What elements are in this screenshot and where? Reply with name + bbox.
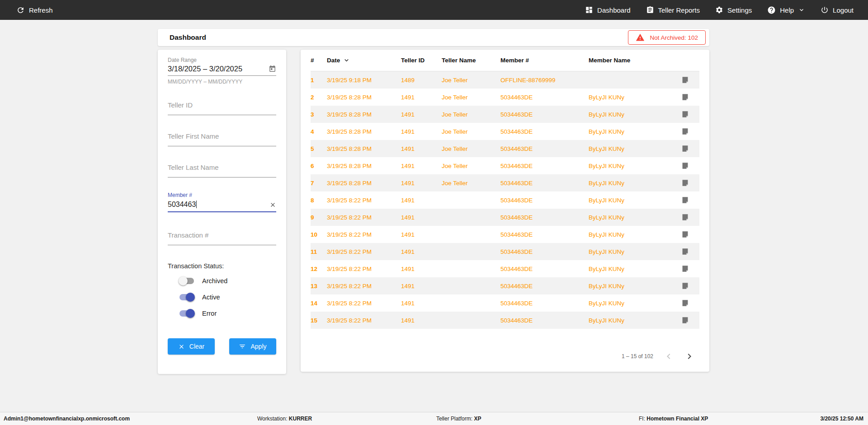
refresh-button[interactable]: Refresh <box>16 6 53 14</box>
transaction-status-label: Transaction Status: <box>168 262 276 270</box>
row-member-number: 5034463DE <box>500 128 589 135</box>
table-row[interactable]: 1 3/19/25 9:18 PM 1489 Joe Teller OFFLIN… <box>311 71 699 89</box>
note-icon[interactable] <box>681 76 689 84</box>
help-icon <box>767 6 776 14</box>
row-member-name: ByLyJI KUNy <box>589 283 671 290</box>
toggle-switch[interactable] <box>179 293 195 302</box>
row-number: 2 <box>311 94 327 101</box>
table-row[interactable]: 12 3/19/25 8:22 PM 1491 5034463DE ByLyJI… <box>311 260 699 277</box>
clear-button[interactable]: Clear <box>168 338 215 355</box>
teller-last-name-input[interactable]: Teller Last Name <box>168 163 276 177</box>
date-range-field[interactable]: Date Range 3/18/2025 – 3/20/2025 MM/DD/Y… <box>168 57 276 85</box>
row-teller-id: 1491 <box>401 163 442 169</box>
note-icon[interactable] <box>681 248 689 256</box>
apply-button[interactable]: Apply <box>229 338 276 355</box>
toggle-switch[interactable] <box>179 276 195 285</box>
col-header-date[interactable]: Date <box>327 56 401 64</box>
row-teller-id: 1491 <box>401 317 442 324</box>
row-teller-id: 1491 <box>401 214 442 221</box>
toggle-switch[interactable] <box>179 309 195 318</box>
status-bar: Admin1@hometownfinancialxp.onmicrosoft.c… <box>0 412 868 425</box>
row-teller-id: 1491 <box>401 111 442 118</box>
table-row[interactable]: 10 3/19/25 8:22 PM 1491 5034463DE ByLyJI… <box>311 226 699 243</box>
teller-first-name-input[interactable]: Teller First Name <box>168 131 276 146</box>
row-member-name: ByLyJI KUNy <box>589 145 671 152</box>
row-teller-id: 1491 <box>401 300 442 307</box>
teller-id-input[interactable]: Teller ID <box>168 100 276 115</box>
note-icon[interactable] <box>681 282 689 290</box>
row-number: 6 <box>311 163 327 169</box>
col-header-member-number: Member # <box>500 57 589 64</box>
note-icon[interactable] <box>681 145 689 153</box>
table-row[interactable]: 9 3/19/25 8:22 PM 1491 5034463DE ByLyJI … <box>311 209 699 226</box>
row-number: 8 <box>311 197 327 204</box>
note-icon[interactable] <box>681 162 689 170</box>
calendar-icon[interactable] <box>269 65 276 73</box>
note-icon[interactable] <box>681 213 689 221</box>
status-toggle-row: Active <box>179 292 276 302</box>
member-number-input[interactable]: 5034463 <box>168 200 276 212</box>
chevron-left-icon <box>663 351 674 362</box>
row-member-number: 5034463DE <box>500 111 589 118</box>
note-icon[interactable] <box>681 196 689 204</box>
table-row[interactable]: 5 3/19/25 8:28 PM 1491 Joe Teller 503446… <box>311 140 699 157</box>
logged-in-user: Admin1@hometownfinancialxp.onmicrosoft.c… <box>4 416 130 422</box>
table-header: # Date Teller ID Teller Name Member # Me… <box>311 50 699 71</box>
table-row[interactable]: 7 3/19/25 8:28 PM 1491 Joe Teller 503446… <box>311 174 699 191</box>
row-teller-name: Joe Teller <box>442 145 500 152</box>
table-row[interactable]: 14 3/19/25 8:22 PM 1491 5034463DE ByLyJI… <box>311 294 699 312</box>
refresh-icon <box>16 6 25 14</box>
row-teller-name: Joe Teller <box>442 180 500 187</box>
text-cursor <box>196 201 197 208</box>
sort-desc-icon <box>343 56 350 64</box>
nav-label-logout: Logout <box>833 6 854 14</box>
teller-first-name-placeholder: Teller First Name <box>168 132 219 140</box>
note-icon[interactable] <box>681 179 689 187</box>
table-row[interactable]: 6 3/19/25 8:28 PM 1491 Joe Teller 503446… <box>311 157 699 174</box>
results-panel: # Date Teller ID Teller Name Member # Me… <box>301 50 709 372</box>
row-number: 9 <box>311 214 327 221</box>
table-row[interactable]: 11 3/19/25 8:22 PM 1491 5034463DE ByLyJI… <box>311 243 699 260</box>
prev-page-button[interactable] <box>663 351 674 362</box>
nav-item-logout[interactable]: Logout <box>821 6 854 14</box>
nav-item-settings[interactable]: Settings <box>715 6 752 14</box>
not-archived-badge[interactable]: Not Archived: 102 <box>628 30 706 45</box>
clear-field-icon[interactable] <box>269 201 276 208</box>
row-member-number: 5034463DE <box>500 300 589 307</box>
nav-item-teller-reports[interactable]: Teller Reports <box>646 6 700 14</box>
row-date: 3/19/25 8:28 PM <box>327 145 401 152</box>
current-datetime: 3/20/25 12:50 AM <box>820 416 863 422</box>
note-icon[interactable] <box>681 316 689 324</box>
row-member-name: ByLyJI KUNy <box>589 214 671 221</box>
table-row[interactable]: 15 3/19/25 8:22 PM 1491 5034463DE ByLyJI… <box>311 312 699 329</box>
row-date: 3/19/25 8:28 PM <box>327 128 401 135</box>
filter-panel: Date Range 3/18/2025 – 3/20/2025 MM/DD/Y… <box>158 50 286 374</box>
note-icon[interactable] <box>681 265 689 273</box>
table-row[interactable]: 2 3/19/25 8:28 PM 1491 Joe Teller 503446… <box>311 89 699 106</box>
table-row[interactable]: 3 3/19/25 8:28 PM 1491 Joe Teller 503446… <box>311 106 699 123</box>
clear-button-label: Clear <box>189 343 204 350</box>
row-number: 12 <box>311 266 327 272</box>
row-date: 3/19/25 9:18 PM <box>327 77 401 84</box>
table-row[interactable]: 13 3/19/25 8:22 PM 1491 5034463DE ByLyJI… <box>311 277 699 294</box>
note-icon[interactable] <box>681 127 689 135</box>
table-row[interactable]: 4 3/19/25 8:28 PM 1491 Joe Teller 503446… <box>311 123 699 140</box>
row-member-name: ByLyJI KUNy <box>589 197 671 204</box>
note-icon[interactable] <box>681 110 689 118</box>
top-nav: Refresh Dashboard Teller Reports Setting… <box>0 0 868 20</box>
table-row[interactable]: 8 3/19/25 8:22 PM 1491 5034463DE ByLyJI … <box>311 191 699 209</box>
next-page-button[interactable] <box>684 351 695 362</box>
note-icon[interactable] <box>681 230 689 238</box>
note-icon[interactable] <box>681 299 689 307</box>
nav-item-help[interactable]: Help <box>767 6 805 14</box>
chevron-down-icon <box>798 6 805 14</box>
row-date: 3/19/25 8:28 PM <box>327 94 401 101</box>
clipboard-icon <box>646 6 654 14</box>
note-icon[interactable] <box>681 93 689 101</box>
page-title: Dashboard <box>170 33 206 42</box>
row-number: 7 <box>311 180 327 187</box>
transaction-number-input[interactable]: Transaction # <box>168 230 276 245</box>
row-member-name: ByLyJI KUNy <box>589 231 671 238</box>
nav-item-dashboard[interactable]: Dashboard <box>585 6 630 14</box>
status-toggle-row: Archived <box>179 276 276 286</box>
